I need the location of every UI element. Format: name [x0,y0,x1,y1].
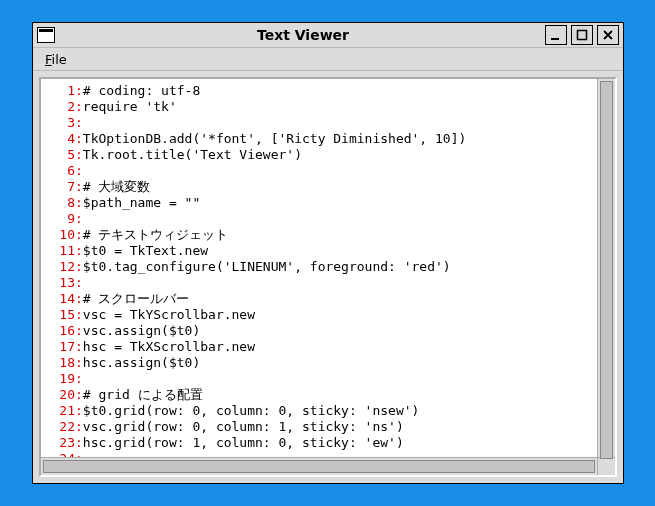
line-text: # テキストウィジェット [83,227,229,242]
window-title: Text Viewer [61,27,545,43]
code-line: 6: [47,163,595,179]
line-number: 7 [47,179,75,195]
line-text: # 大域変数 [83,179,151,194]
line-text: hsc = TkXScrollbar.new [83,339,255,354]
line-text: hsc.assign($t0) [83,355,200,370]
line-number-colon: : [75,387,83,402]
line-number: 23 [47,435,75,451]
line-number-colon: : [75,371,83,386]
line-number: 8 [47,195,75,211]
line-number-colon: : [75,291,83,306]
line-number: 16 [47,323,75,339]
titlebar[interactable]: Text Viewer [33,23,623,48]
line-number: 21 [47,403,75,419]
line-text: TkOptionDB.add('*font', ['Ricty Diminish… [83,131,467,146]
line-number-colon: : [75,227,83,242]
code-line: 20:# grid による配置 [47,387,595,403]
menu-file[interactable]: File [39,50,73,69]
line-number: 18 [47,355,75,371]
text-widget[interactable]: 1:# coding: utf-82:require 'tk'3:4:TkOpt… [41,79,597,457]
code-line: 16:vsc.assign($t0) [47,323,595,339]
line-number: 19 [47,371,75,387]
line-number: 17 [47,339,75,355]
code-line: 23:hsc.grid(row: 1, column: 0, sticky: '… [47,435,595,451]
code-line: 14:# スクロールバー [47,291,595,307]
line-text: vsc.grid(row: 0, column: 1, sticky: 'ns'… [83,419,404,434]
line-number: 9 [47,211,75,227]
code-line: 2:require 'tk' [47,99,595,115]
line-text: # grid による配置 [83,387,203,402]
line-text: $t0 = TkText.new [83,243,208,258]
line-number-colon: : [75,403,83,418]
line-number: 5 [47,147,75,163]
line-number-colon: : [75,307,83,322]
text-frame: 1:# coding: utf-82:require 'tk'3:4:TkOpt… [39,77,617,477]
code-line: 22:vsc.grid(row: 0, column: 1, sticky: '… [47,419,595,435]
code-line: 5:Tk.root.title('Text Viewer') [47,147,595,163]
line-number-colon: : [75,211,83,226]
line-number: 6 [47,163,75,179]
line-number-colon: : [75,435,83,450]
code-line: 10:# テキストウィジェット [47,227,595,243]
line-number: 2 [47,99,75,115]
line-number: 14 [47,291,75,307]
code-line: 19: [47,371,595,387]
line-number-colon: : [75,99,83,114]
app-window: Text Viewer File 1:# coding: utf-82:requ… [32,22,624,484]
line-number: 22 [47,419,75,435]
code-line: 17:hsc = TkXScrollbar.new [47,339,595,355]
line-text: # coding: utf-8 [83,83,200,98]
line-number-colon: : [75,179,83,194]
code-line: 18:hsc.assign($t0) [47,355,595,371]
line-text: $t0.grid(row: 0, column: 0, sticky: 'nse… [83,403,420,418]
line-number: 15 [47,307,75,323]
line-number-colon: : [75,339,83,354]
code-line: 7:# 大域変数 [47,179,595,195]
line-text: hsc.grid(row: 1, column: 0, sticky: 'ew'… [83,435,404,450]
line-text: $t0.tag_configure('LINENUM', foreground:… [83,259,451,274]
line-number: 4 [47,131,75,147]
system-menu-icon[interactable] [37,27,55,43]
horizontal-scrollbar[interactable] [41,457,597,475]
vertical-scroll-thumb[interactable] [600,81,613,459]
client-area: 1:# coding: utf-82:require 'tk'3:4:TkOpt… [33,71,623,483]
line-number: 11 [47,243,75,259]
code-line: 11:$t0 = TkText.new [47,243,595,259]
line-number-colon: : [75,419,83,434]
scroll-corner [597,457,615,475]
code-line: 4:TkOptionDB.add('*font', ['Ricty Dimini… [47,131,595,147]
line-number-colon: : [75,115,83,130]
menubar: File [33,48,623,71]
svg-rect-0 [551,38,559,40]
code-line: 8:$path_name = "" [47,195,595,211]
code-line: 13: [47,275,595,291]
line-number-colon: : [75,259,83,274]
code-line: 3: [47,115,595,131]
window-buttons [545,25,619,45]
line-number: 1 [47,83,75,99]
line-text: # スクロールバー [83,291,190,306]
line-number: 12 [47,259,75,275]
horizontal-scroll-thumb[interactable] [43,460,595,473]
line-text: vsc = TkYScrollbar.new [83,307,255,322]
line-number: 13 [47,275,75,291]
line-number-colon: : [75,243,83,258]
line-number-colon: : [75,195,83,210]
code-line: 9: [47,211,595,227]
code-line: 1:# coding: utf-8 [47,83,595,99]
line-text: Tk.root.title('Text Viewer') [83,147,302,162]
line-number-colon: : [75,131,83,146]
vertical-scrollbar[interactable] [597,79,615,457]
code-line: 15:vsc = TkYScrollbar.new [47,307,595,323]
menu-file-label: File [45,52,67,67]
line-number-colon: : [75,83,83,98]
minimize-button[interactable] [545,25,567,45]
line-text: $path_name = "" [83,195,200,210]
line-text: require 'tk' [83,99,177,114]
close-button[interactable] [597,25,619,45]
line-number-colon: : [75,163,83,178]
line-number: 10 [47,227,75,243]
line-number-colon: : [75,275,83,290]
maximize-button[interactable] [571,25,593,45]
code-line: 12:$t0.tag_configure('LINENUM', foregrou… [47,259,595,275]
